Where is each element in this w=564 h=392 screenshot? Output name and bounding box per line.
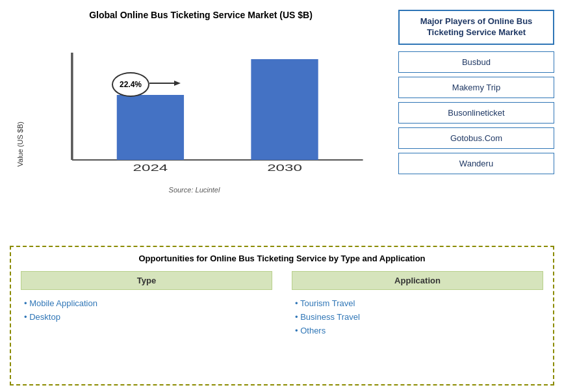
player-item-4: Gotobus.Com (398, 127, 554, 149)
type-item-2: Desktop (24, 310, 269, 324)
players-area: Major Players of Online Bus Ticketing Se… (398, 7, 554, 241)
type-header: Type (21, 271, 272, 290)
chart-wrapper: Value (US $B) 2024 2030 (16, 27, 385, 183)
svg-text:2024: 2024 (133, 163, 168, 173)
svg-rect-2 (117, 95, 184, 160)
annotation-bubble: 22.4% (112, 72, 149, 97)
svg-marker-7 (174, 81, 181, 86)
chart-title: Global Online Bus Ticketing Service Mark… (89, 10, 313, 20)
type-item-1: Mobile Application (24, 296, 269, 310)
source-text: Source: Lucintel (169, 186, 233, 194)
svg-rect-3 (251, 59, 318, 160)
opportunities-title: Opportunities for Online Bus Ticketing S… (21, 254, 543, 263)
players-header: Major Players of Online Bus Ticketing Se… (398, 10, 554, 45)
player-item-3: Busonlineticket (398, 102, 554, 124)
chart-svg-area: 2024 2030 22.4% (27, 53, 385, 183)
svg-text:2030: 2030 (267, 163, 302, 173)
y-axis-label: Value (US $B) (16, 122, 24, 167)
application-header: Application (292, 271, 543, 290)
player-item-2: Makemy Trip (398, 77, 554, 98)
bottom-columns: Type Mobile Application Desktop Applicat… (21, 271, 543, 337)
type-items: Mobile Application Desktop (21, 296, 272, 324)
application-items: Tourism Travel Business Travel Others (292, 296, 543, 337)
type-column: Type Mobile Application Desktop (21, 271, 272, 337)
chart-area: Global Online Bus Ticketing Service Mark… (10, 7, 392, 241)
arrow-svg (149, 77, 182, 90)
application-column: Application Tourism Travel Business Trav… (292, 271, 543, 337)
player-item-5: Wanderu (398, 153, 554, 174)
application-item-3: Others (295, 324, 540, 337)
player-item-1: Busbud (398, 51, 554, 73)
main-container: Global Online Bus Ticketing Service Mark… (0, 0, 564, 392)
application-item-2: Business Travel (295, 310, 540, 324)
top-section: Global Online Bus Ticketing Service Mark… (10, 7, 554, 241)
bottom-section: Opportunities for Online Bus Ticketing S… (10, 246, 554, 385)
application-item-1: Tourism Travel (295, 296, 540, 310)
